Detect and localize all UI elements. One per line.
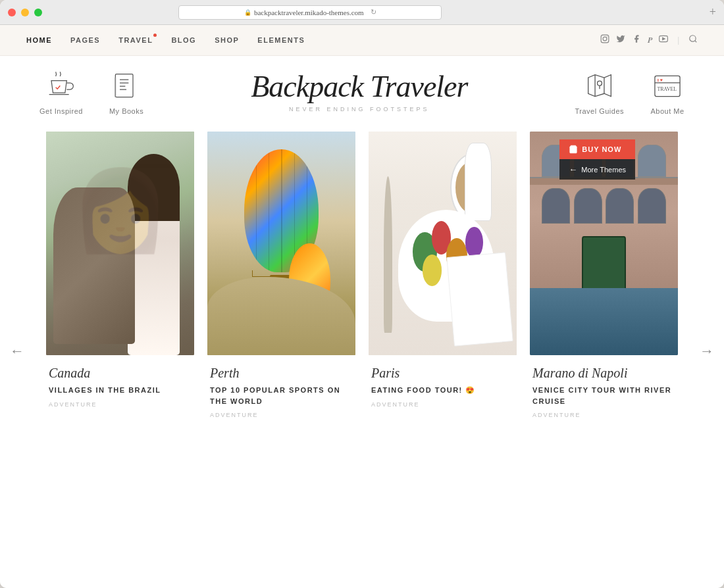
- nav-elements[interactable]: ELEMENTS: [257, 36, 305, 44]
- close-button[interactable]: [8, 9, 16, 16]
- svg-rect-0: [602, 35, 609, 43]
- new-tab-button[interactable]: +: [710, 5, 716, 19]
- map-icon: [582, 69, 617, 103]
- minimize-button[interactable]: [21, 9, 29, 16]
- svg-rect-6: [115, 74, 133, 97]
- more-themes-label: More Themes: [581, 166, 626, 174]
- svg-point-14: [597, 81, 602, 86]
- url-text: backpacktraveler.mikado-themes.com: [254, 9, 364, 16]
- card-body-canada: Canada VILLAGES IN THE BRAZIL ADVENTURE: [46, 355, 194, 408]
- twitter-icon[interactable]: [616, 34, 625, 46]
- pinterest-icon[interactable]: 𝑷: [648, 36, 652, 45]
- cart-icon: [569, 145, 578, 154]
- card-category-perth: ADVENTURE: [210, 412, 353, 418]
- facebook-icon[interactable]: [632, 34, 641, 46]
- nav-dot: [153, 34, 157, 37]
- hero-section: Get Inspired My Books: [0, 56, 724, 125]
- svg-marker-3: [663, 37, 665, 40]
- my-books-label: My Books: [109, 107, 143, 115]
- social-icons: 𝑷 |: [600, 34, 698, 46]
- instagram-icon[interactable]: [600, 34, 609, 46]
- card-category-canada: ADVENTURE: [49, 401, 192, 408]
- nav-shop[interactable]: SHOP: [215, 36, 239, 44]
- about-me-item[interactable]: I ♥ TRAVEL About Me: [650, 69, 685, 115]
- svg-text:I ♥: I ♥: [657, 78, 663, 82]
- buy-now-label: BUY NOW: [582, 145, 621, 153]
- card-image-perth[interactable]: [207, 132, 355, 355]
- maximize-button[interactable]: [34, 9, 42, 16]
- cards-container: Canada VILLAGES IN THE BRAZIL ADVENTURE: [39, 132, 685, 575]
- next-arrow[interactable]: →: [700, 343, 714, 360]
- card-canada: Canada VILLAGES IN THE BRAZIL ADVENTURE: [39, 132, 201, 575]
- card-body-paris: Paris EATING FOOD TOUR! 😍 ADVENTURE: [369, 355, 517, 408]
- buy-now-button[interactable]: BUY NOW: [559, 139, 635, 159]
- website-content: HOME PAGES TRAVEL BLOG SHOP ELEMENTS: [0, 25, 724, 588]
- card-location-venice: Marano di Napoli: [532, 366, 675, 381]
- card-venice: BUY NOW ← More Themes Marano di Napoli V…: [523, 132, 685, 575]
- card-image-paris[interactable]: [369, 132, 517, 355]
- card-perth: Perth TOP 10 POPULAR SPORTS ON THE WORLD…: [201, 132, 362, 575]
- my-books-item[interactable]: My Books: [109, 69, 143, 115]
- card-body-perth: Perth TOP 10 POPULAR SPORTS ON THE WORLD…: [207, 355, 355, 418]
- nav-home[interactable]: HOME: [26, 36, 52, 44]
- card-location-canada: Canada: [49, 366, 192, 381]
- logo-center: Backpack Traveler NEVER ENDING FOOTSTEPS: [143, 72, 575, 112]
- card-title-paris: EATING FOOD TOUR! 😍: [371, 385, 514, 396]
- browser-window: 🔒 backpacktraveler.mikado-themes.com ↻ +…: [0, 0, 724, 588]
- top-navigation: HOME PAGES TRAVEL BLOG SHOP ELEMENTS: [0, 25, 724, 56]
- travel-guides-label: Travel Guides: [575, 107, 624, 115]
- cards-section: ← Canada: [0, 125, 724, 588]
- card-category-paris: ADVENTURE: [371, 401, 514, 408]
- url-bar[interactable]: 🔒 backpacktraveler.mikado-themes.com ↻: [178, 5, 442, 20]
- get-inspired-item[interactable]: Get Inspired: [39, 69, 83, 115]
- hero-icons-right: Travel Guides I ♥ TRAVEL About Me: [575, 69, 685, 115]
- coffee-cup-icon: [44, 69, 78, 103]
- svg-line-5: [695, 41, 697, 43]
- svg-point-1: [603, 37, 607, 41]
- search-icon[interactable]: [688, 34, 698, 46]
- logo-title: Backpack Traveler: [143, 72, 575, 102]
- svg-text:TRAVEL: TRAVEL: [657, 86, 677, 92]
- travel-guides-item[interactable]: Travel Guides: [575, 69, 624, 115]
- card-location-perth: Perth: [210, 366, 353, 381]
- browser-titlebar: 🔒 backpacktraveler.mikado-themes.com ↻ +: [0, 0, 724, 25]
- card-title-venice: VENICE CITY TOUR WITH RIVER CRUISE: [532, 385, 675, 406]
- youtube-icon[interactable]: [659, 34, 668, 46]
- travel-badge-icon: I ♥ TRAVEL: [650, 69, 685, 103]
- card-title-canada: VILLAGES IN THE BRAZIL: [49, 385, 192, 396]
- lock-icon: 🔒: [244, 9, 251, 16]
- card-body-venice: Marano di Napoli VENICE CITY TOUR WITH R…: [530, 355, 678, 418]
- reload-icon[interactable]: ↻: [371, 8, 376, 16]
- nav-links: HOME PAGES TRAVEL BLOG SHOP ELEMENTS: [26, 36, 305, 44]
- nav-blog[interactable]: BLOG: [171, 36, 196, 44]
- prev-arrow[interactable]: ←: [10, 343, 24, 360]
- checklist-icon: [109, 69, 143, 103]
- card-paris: Paris EATING FOOD TOUR! 😍 ADVENTURE: [362, 132, 523, 575]
- about-me-label: About Me: [650, 107, 684, 115]
- card-image-canada[interactable]: [46, 132, 194, 355]
- get-inspired-label: Get Inspired: [39, 107, 83, 115]
- nav-travel[interactable]: TRAVEL: [118, 36, 153, 44]
- svg-point-2: [607, 36, 608, 37]
- card-title-perth: TOP 10 POPULAR SPORTS ON THE WORLD: [210, 385, 353, 406]
- logo-subtitle: NEVER ENDING FOOTSTEPS: [143, 106, 575, 112]
- hero-icons-left: Get Inspired My Books: [39, 69, 143, 115]
- buy-now-overlay: BUY NOW ← More Themes: [559, 139, 635, 180]
- more-themes-arrow: ←: [569, 164, 577, 174]
- card-location-paris: Paris: [371, 366, 514, 381]
- svg-point-4: [690, 36, 696, 41]
- more-themes-button[interactable]: ← More Themes: [559, 159, 635, 180]
- nav-divider: |: [677, 35, 679, 45]
- card-category-venice: ADVENTURE: [532, 412, 675, 418]
- nav-pages[interactable]: PAGES: [70, 36, 100, 44]
